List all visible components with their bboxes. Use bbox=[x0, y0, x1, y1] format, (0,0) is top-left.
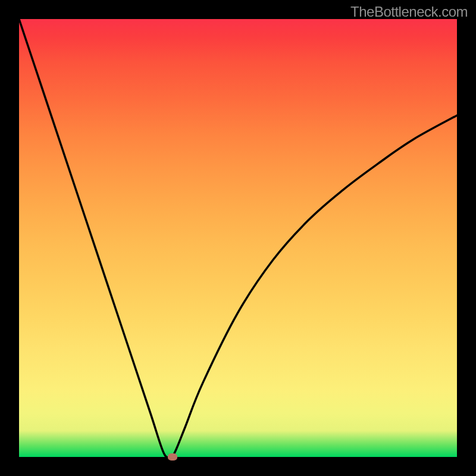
optimum-marker bbox=[168, 453, 177, 461]
plot-area bbox=[19, 19, 457, 457]
watermark-text: TheBottleneck.com bbox=[350, 4, 468, 20]
bottleneck-curve bbox=[19, 19, 457, 457]
chart-frame: TheBottleneck.com bbox=[0, 0, 476, 476]
